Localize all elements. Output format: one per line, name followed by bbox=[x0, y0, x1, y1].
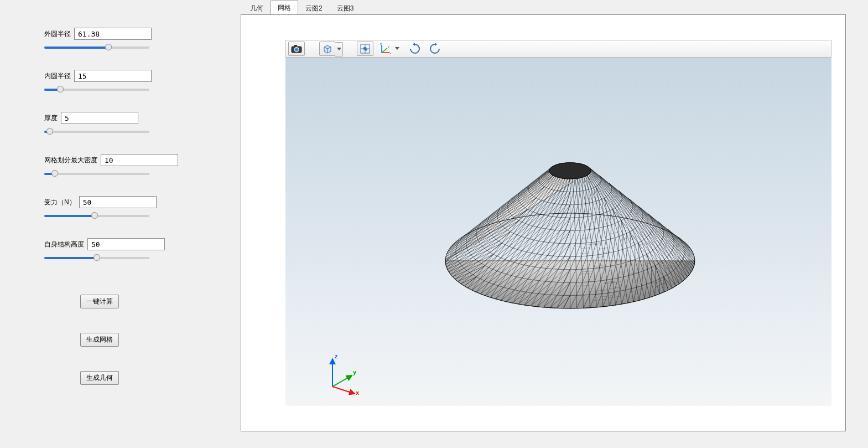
svg-line-46 bbox=[588, 244, 596, 245]
svg-marker-6 bbox=[337, 48, 341, 50]
svg-line-122 bbox=[581, 248, 590, 248]
axes-triad-button[interactable]: z y x bbox=[377, 42, 393, 56]
svg-marker-16 bbox=[395, 47, 399, 50]
svg-line-108 bbox=[592, 193, 596, 194]
rotate-ccw-icon bbox=[429, 43, 441, 55]
param-slider[interactable] bbox=[44, 127, 149, 135]
tab-strip: 几何网格云图2云图3 bbox=[241, 0, 846, 14]
param-slider[interactable] bbox=[44, 85, 149, 93]
tab-1[interactable]: 网格 bbox=[271, 1, 298, 15]
svg-line-50 bbox=[583, 212, 588, 212]
param-input[interactable] bbox=[74, 70, 152, 82]
param-row: 厚度 bbox=[44, 112, 207, 135]
param-input[interactable] bbox=[101, 154, 178, 166]
tab-2[interactable]: 云图2 bbox=[298, 1, 330, 15]
svg-line-73 bbox=[641, 234, 645, 237]
param-label: 受力（N） bbox=[44, 198, 76, 207]
param-input[interactable] bbox=[79, 196, 157, 208]
svg-line-100 bbox=[600, 248, 609, 249]
axes-dropdown[interactable] bbox=[393, 42, 401, 56]
svg-text:y: y bbox=[388, 45, 389, 48]
svg-line-51 bbox=[618, 201, 620, 203]
camera-icon bbox=[291, 44, 302, 53]
param-label: 外圆半径 bbox=[44, 29, 71, 39]
chevron-down-icon bbox=[337, 48, 341, 51]
svg-line-111 bbox=[631, 241, 637, 244]
svg-line-146 bbox=[332, 375, 352, 387]
chevron-down-icon bbox=[395, 47, 399, 50]
param-input[interactable] bbox=[87, 238, 165, 250]
fit-view-button[interactable] bbox=[357, 42, 373, 56]
svg-line-53 bbox=[646, 234, 649, 238]
param-label: 自身结构高度 bbox=[44, 240, 84, 249]
svg-line-39 bbox=[580, 253, 590, 254]
fit-view-icon bbox=[360, 44, 370, 54]
svg-text:z: z bbox=[380, 43, 382, 45]
param-slider[interactable] bbox=[44, 43, 149, 51]
svg-line-98 bbox=[620, 238, 626, 240]
generate-geom-button[interactable]: 生成几何 bbox=[80, 371, 119, 385]
app-root: 外圆半径内圆半径厚度网格划分最大密度受力（N）自身结构高度 一键计算 生成网格 … bbox=[0, 0, 868, 448]
svg-rect-1 bbox=[294, 45, 297, 47]
svg-line-135 bbox=[589, 223, 595, 224]
param-row: 受力（N） bbox=[44, 196, 207, 219]
axis-gizmo: z y x bbox=[324, 351, 368, 395]
view-frame: z y x bbox=[241, 14, 846, 431]
tab-0[interactable]: 几何 bbox=[243, 1, 271, 15]
svg-marker-17 bbox=[413, 43, 415, 46]
svg-line-142 bbox=[595, 203, 599, 204]
svg-line-69 bbox=[583, 238, 590, 238]
param-label: 网格划分最大密度 bbox=[44, 156, 97, 165]
param-label: 厚度 bbox=[44, 114, 58, 123]
rotate-ccw-button[interactable] bbox=[427, 42, 443, 56]
svg-line-77 bbox=[617, 226, 622, 228]
param-slider[interactable] bbox=[44, 169, 149, 177]
compute-button[interactable]: 一键计算 bbox=[80, 295, 119, 308]
mesh-viewport[interactable]: z y x bbox=[285, 58, 831, 406]
svg-text:x: x bbox=[356, 389, 360, 395]
param-input[interactable] bbox=[74, 28, 152, 40]
svg-line-129 bbox=[651, 241, 654, 245]
svg-line-12 bbox=[382, 48, 387, 53]
viewer-toolbar: z y x bbox=[285, 40, 831, 58]
axes-triad-icon: z y x bbox=[378, 43, 392, 55]
projection-button[interactable] bbox=[319, 42, 336, 56]
rotate-cw-button[interactable] bbox=[407, 42, 423, 56]
param-row: 自身结构高度 bbox=[44, 238, 207, 261]
camera-button[interactable] bbox=[288, 42, 305, 56]
projection-dropdown[interactable] bbox=[335, 42, 343, 56]
generate-mesh-button[interactable]: 生成网格 bbox=[80, 333, 119, 347]
parameters-panel: 外圆半径内圆半径厚度网格划分最大密度受力（N）自身结构高度 一键计算 生成网格 … bbox=[0, 0, 241, 448]
svg-line-90 bbox=[640, 230, 643, 234]
svg-line-132 bbox=[592, 243, 600, 244]
cube-projection-icon bbox=[322, 44, 333, 54]
svg-text:x: x bbox=[389, 52, 391, 55]
param-input[interactable] bbox=[61, 112, 138, 124]
svg-line-88 bbox=[616, 212, 619, 214]
param-label: 内圆半径 bbox=[44, 71, 71, 81]
svg-point-3 bbox=[295, 49, 298, 51]
rotate-cw-icon bbox=[409, 43, 421, 55]
param-slider[interactable] bbox=[44, 254, 149, 261]
svg-line-76 bbox=[647, 242, 651, 245]
view-inner: z y x bbox=[285, 40, 831, 406]
svg-line-147 bbox=[332, 387, 355, 394]
svg-line-75 bbox=[612, 196, 614, 198]
svg-line-38 bbox=[612, 231, 618, 234]
action-buttons: 一键计算 生成网格 生成几何 bbox=[44, 295, 207, 409]
svg-line-143 bbox=[656, 229, 657, 233]
svg-marker-18 bbox=[435, 43, 437, 46]
param-row: 网格划分最大密度 bbox=[44, 154, 207, 177]
param-slider[interactable] bbox=[44, 212, 149, 219]
svg-text:z: z bbox=[335, 353, 338, 359]
svg-line-92 bbox=[596, 212, 601, 213]
param-row: 内圆半径 bbox=[44, 70, 207, 93]
param-row: 外圆半径 bbox=[44, 28, 207, 51]
svg-line-114 bbox=[596, 200, 600, 201]
view-area: 几何网格云图2云图3 bbox=[241, 0, 868, 448]
svg-line-81 bbox=[611, 208, 614, 209]
svg-text:y: y bbox=[353, 369, 357, 375]
tab-3[interactable]: 云图3 bbox=[330, 1, 361, 15]
